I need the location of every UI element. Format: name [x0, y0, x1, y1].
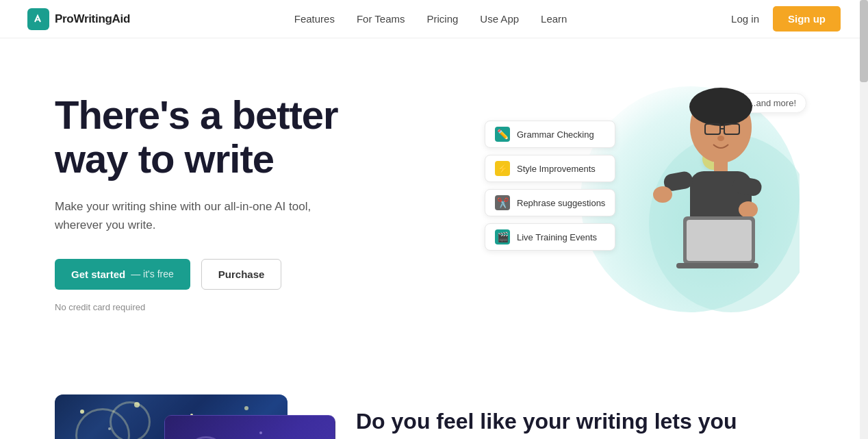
- svg-point-12: [653, 186, 672, 203]
- nav-item-pricing[interactable]: Pricing: [427, 13, 459, 25]
- navbar: ProWritingAid Features For Teams Pricing…: [0, 0, 868, 38]
- hero-section: There's a better way to write Make your …: [0, 38, 868, 353]
- svg-rect-8: [714, 160, 728, 173]
- training-icon: 🎬: [495, 229, 510, 244]
- svg-point-20: [244, 406, 248, 410]
- nav-item-use-app[interactable]: Use App: [480, 13, 519, 25]
- nav-item-for-teams[interactable]: For Teams: [357, 13, 405, 25]
- no-credit-text: No credit card required: [55, 302, 342, 312]
- svg-point-21: [108, 427, 111, 430]
- svg-point-24: [259, 431, 262, 434]
- hero-person-illustration: [594, 86, 800, 319]
- rephrase-icon: ✂️: [495, 195, 510, 210]
- svg-point-7: [717, 136, 724, 141]
- hero-cta-group: Get started — it's free Purchase: [55, 259, 342, 290]
- hero-left: There's a better way to write Make your …: [55, 93, 342, 312]
- svg-rect-16: [676, 263, 758, 268]
- svg-point-3: [689, 88, 752, 126]
- second-card-svg: [165, 416, 335, 439]
- nav-links: Features For Teams Pricing Use App Learn: [294, 13, 567, 25]
- get-started-button[interactable]: Get started — it's free: [55, 259, 190, 290]
- hero-image-area: ...and more! ✦ ✏️ Grammar Checking ⚡ Sty…: [485, 79, 813, 326]
- section2: My idea in my head Do you feel like your…: [0, 353, 868, 439]
- section2-image-area: My idea in my head: [55, 394, 301, 439]
- svg-point-18: [134, 402, 140, 407]
- hero-headline: There's a better way to write: [55, 93, 342, 181]
- section2-heading: Do you feel like your writing lets you d…: [356, 408, 813, 439]
- navbar-right: Log in Sign up: [731, 6, 841, 32]
- scrollbar-thumb[interactable]: [860, 0, 868, 82]
- brand-name: ProWritingAid: [55, 12, 130, 26]
- login-button[interactable]: Log in: [731, 13, 759, 25]
- svg-rect-15: [687, 220, 752, 261]
- purchase-button[interactable]: Purchase: [201, 259, 282, 290]
- svg-point-13: [739, 201, 758, 218]
- style-icon: ⚡: [495, 161, 510, 176]
- hero-subtext: Make your writing shine with our all-in-…: [55, 197, 342, 234]
- page-scrollbar[interactable]: [860, 0, 868, 439]
- section2-right: Do you feel like your writing lets you d…: [356, 394, 813, 439]
- brand-logo-icon: [27, 8, 49, 30]
- signup-button[interactable]: Sign up: [773, 6, 841, 32]
- grammar-icon: ✏️: [495, 127, 510, 142]
- brand-logo-link[interactable]: ProWritingAid: [27, 8, 130, 30]
- second-card: [164, 415, 335, 439]
- svg-point-17: [80, 410, 84, 414]
- nav-item-features[interactable]: Features: [294, 13, 335, 25]
- nav-item-learn[interactable]: Learn: [541, 13, 567, 25]
- svg-rect-0: [31, 12, 45, 26]
